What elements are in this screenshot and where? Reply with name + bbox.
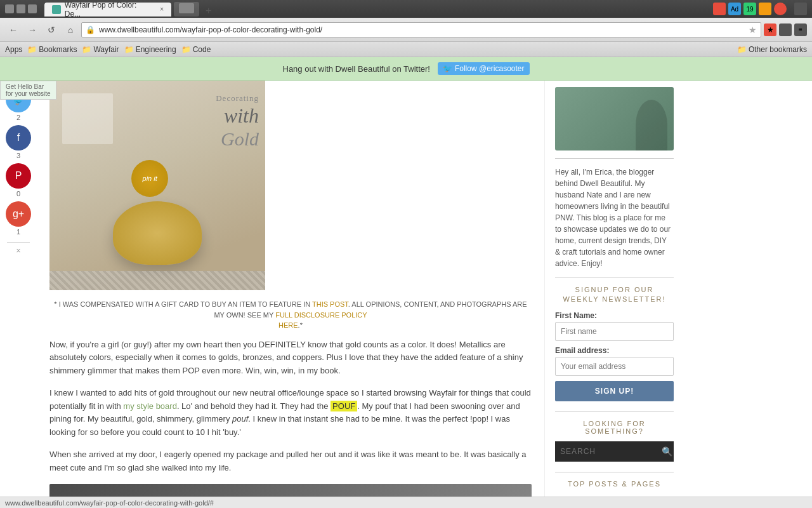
gplus-share-btn[interactable]: g+ <box>6 201 31 227</box>
reload-btn[interactable]: ↺ <box>43 22 60 38</box>
gplus-count: 1 <box>16 228 20 236</box>
back-btn[interactable]: ← <box>5 22 22 38</box>
disclosure-text: * I WAS COMPENSATED WITH A GIFT CARD TO … <box>49 299 532 331</box>
facebook-share-btn[interactable]: f <box>6 125 31 150</box>
bookmark-star[interactable]: ★ <box>749 25 757 35</box>
page-content: Hang out with Dwell Beautiful on Twitter… <box>0 57 812 497</box>
active-tab[interactable]: Wayfair Pop of Color: De... × <box>44 3 171 17</box>
person-silhouette <box>636 100 667 150</box>
ext-icon-5[interactable] <box>774 3 787 15</box>
new-tab-btn[interactable]: + <box>202 5 215 17</box>
bookmark-apps[interactable]: Apps <box>5 45 22 54</box>
ext-icon-3[interactable]: 19 <box>743 3 756 15</box>
status-url: www.dwellbeautiful.com/wayfair-pop-of-co… <box>5 499 214 507</box>
pouf-image <box>113 201 202 265</box>
home-btn[interactable]: ⌂ <box>62 22 79 38</box>
stripe-pattern <box>49 271 265 290</box>
top-posts-title: TOP POSTS & PAGES <box>555 480 674 488</box>
minimize-btn[interactable] <box>5 4 14 13</box>
ext-icon-4[interactable] <box>759 3 771 15</box>
looking-title: LOOKING FORSOMETHING? <box>555 420 674 435</box>
pouf-link[interactable]: POUF <box>331 401 357 411</box>
bookmark-code[interactable]: 📁 Code <box>181 45 211 54</box>
disclosure-link-2[interactable]: FULL DISCLOSURE POLICY <box>275 311 367 319</box>
shelf-decor <box>62 93 113 144</box>
search-btn[interactable]: 🔍 <box>660 441 674 462</box>
bottom-preview-image <box>49 484 532 497</box>
hello-bar-line2: for your website <box>6 90 51 97</box>
facebook-count: 3 <box>16 152 20 159</box>
pin-it-btn[interactable]: pin it <box>131 160 168 197</box>
style-board-link[interactable]: my style board <box>123 401 177 411</box>
email-input[interactable] <box>555 357 674 376</box>
twitter-count: 2 <box>16 114 20 121</box>
url-text: www.dwellbeautiful.com/wayfair-pop-of-co… <box>99 25 749 34</box>
search-input[interactable] <box>555 441 660 462</box>
main-area: 🐦 2 f 3 P 0 g+ 1 × <box>0 81 812 497</box>
title-overlay: Decorating with Gold <box>216 93 259 150</box>
toolbar-ext-2[interactable] <box>779 23 792 36</box>
pinterest-share-btn[interactable]: P <box>6 163 31 189</box>
search-box: 🔍 <box>555 441 674 462</box>
sidebar-divider-2 <box>555 277 674 277</box>
sidebar-divider-3 <box>555 411 674 412</box>
ext-icon-1[interactable] <box>713 3 726 15</box>
hello-bar: Get Hello Bar for your website <box>0 81 56 100</box>
bookmarks-bar: Apps 📁 Bookmarks 📁 Wayfair 📁 Engineering… <box>0 42 812 57</box>
bookmark-bookmarks[interactable]: 📁 Bookmarks <box>27 45 77 54</box>
extensions-area: Ad 19 <box>713 3 787 15</box>
body-para-3: When she arrived at my door, I eagerly o… <box>49 448 532 475</box>
social-close-btn[interactable]: × <box>16 246 20 255</box>
disclosure-link-1[interactable]: THIS POST <box>312 300 348 308</box>
toolbar-extensions: ★ ≡ <box>764 23 807 36</box>
forward-btn[interactable]: → <box>24 22 41 38</box>
address-bar[interactable]: 🔒 www.dwellbeautiful.com/wayfair-pop-of-… <box>81 22 761 37</box>
body-para-1: Now, if you're a girl (or guy!) after my… <box>49 338 532 378</box>
twitter-banner: Hang out with Dwell Beautiful on Twitter… <box>0 57 812 81</box>
signup-btn[interactable]: SIGN UP! <box>555 381 674 401</box>
sidebar-divider-4 <box>555 472 674 472</box>
disclosure-link-3[interactable]: HERE <box>278 321 298 329</box>
tab-preview[interactable] <box>174 2 199 17</box>
pinterest-count: 0 <box>16 190 20 197</box>
newsletter-title: SIGNUP FOR OURWEEKLY NEWSLETTER! <box>555 285 674 305</box>
tab-title: Wayfair Pop of Color: De... <box>65 1 154 18</box>
tab-favicon <box>52 5 61 14</box>
bookmark-engineering[interactable]: 📁 Engineering <box>124 45 176 54</box>
blog-content: Decorating with Gold pin it * I <box>37 81 544 497</box>
hero-image: Decorating with Gold pin it <box>49 81 265 290</box>
twitter-banner-text: Hang out with Dwell Beautiful on Twitter… <box>283 64 430 74</box>
first-name-input[interactable] <box>555 322 674 341</box>
bookmark-other[interactable]: 📁 Other bookmarks <box>737 45 807 54</box>
browser-toolbar: ← → ↺ ⌂ 🔒 www.dwellbeautiful.com/wayfair… <box>0 18 812 42</box>
profile-image <box>555 87 674 150</box>
maximize-btn[interactable] <box>16 4 25 13</box>
hamburger-menu[interactable] <box>794 3 807 15</box>
first-name-label: First Name: <box>555 311 674 320</box>
tab-close-btn[interactable]: × <box>160 6 164 13</box>
right-sidebar: Hey all, I'm Erica, the blogger behind D… <box>544 81 684 497</box>
toolbar-ext-3[interactable]: ≡ <box>794 23 807 36</box>
window-controls <box>5 4 37 13</box>
twitter-follow-label: Follow @ericasooter <box>455 64 525 73</box>
newsletter-section: SIGNUP FOR OURWEEKLY NEWSLETTER! First N… <box>555 285 674 401</box>
close-btn[interactable] <box>28 4 37 13</box>
bookmark-wayfair[interactable]: 📁 Wayfair <box>82 45 119 54</box>
twitter-follow-btn[interactable]: 🐦 Follow @ericasooter <box>438 62 530 75</box>
ext-icon-2[interactable]: Ad <box>728 3 741 15</box>
search-section: LOOKING FORSOMETHING? 🔍 <box>555 420 674 462</box>
status-bar: www.dwellbeautiful.com/wayfair-pop-of-co… <box>0 497 812 508</box>
about-text: Hey all, I'm Erica, the blogger behind D… <box>555 166 674 269</box>
toolbar-ext-1[interactable]: ★ <box>764 23 776 36</box>
social-sidebar: 🐦 2 f 3 P 0 g+ 1 × <box>0 81 37 497</box>
twitter-icon: 🐦 <box>443 64 452 73</box>
hello-bar-line1: Get Hello Bar <box>6 83 51 90</box>
sidebar-divider-1 <box>555 158 674 159</box>
body-para-2: I knew I wanted to add hits of gold thro… <box>49 387 532 439</box>
title-bar: Wayfair Pop of Color: De... × + Ad 19 <box>0 0 812 18</box>
email-label: Email address: <box>555 346 674 355</box>
